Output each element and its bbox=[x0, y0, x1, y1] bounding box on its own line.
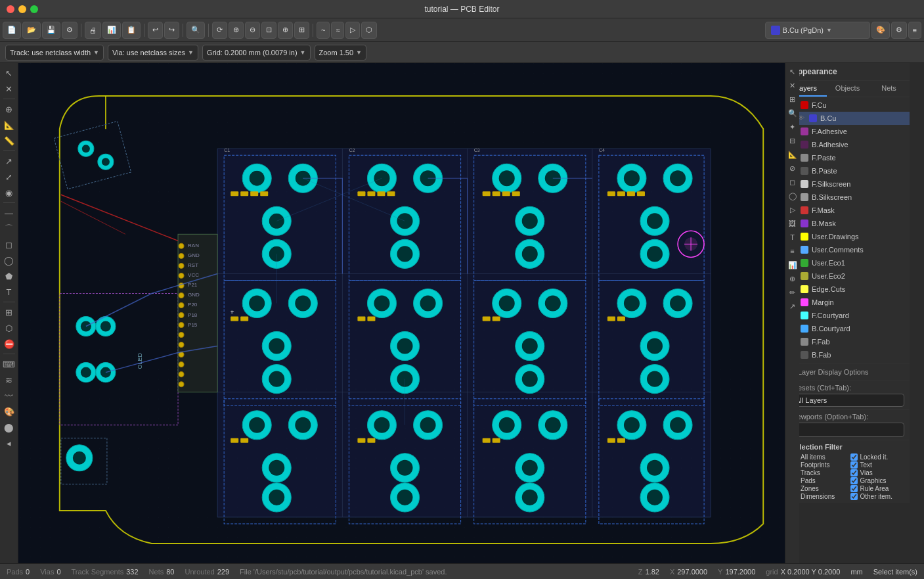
cursor-rt-button[interactable]: ↗ bbox=[787, 300, 799, 312]
new-button[interactable]: 📄 bbox=[3, 22, 21, 39]
layer-item-f-paste[interactable]: 👁F.Paste bbox=[785, 151, 910, 164]
save-button[interactable]: 💾 bbox=[42, 22, 60, 39]
layer-item-b-cu[interactable]: ◀👁B.Cu bbox=[785, 112, 910, 125]
sf-checkbox-text[interactable] bbox=[850, 461, 858, 469]
layer-display-options-toggle[interactable]: ▶ Layer Display Options bbox=[791, 366, 904, 378]
layer-item-b-adhesive[interactable]: 👁B.Adhesive bbox=[785, 138, 910, 151]
find-button[interactable]: 🔍 bbox=[187, 22, 205, 39]
close-button[interactable] bbox=[7, 5, 14, 13]
3d-button[interactable]: ⬡ bbox=[361, 22, 377, 39]
zoom-in-button[interactable]: ⊕ bbox=[229, 22, 244, 39]
draw-line-tool[interactable]: — bbox=[2, 206, 16, 220]
layer-item-user-eco1[interactable]: 👁User.Eco1 bbox=[785, 256, 910, 269]
draw-circle-tool[interactable]: ◯ bbox=[2, 253, 16, 267]
print-button[interactable]: 🖨 bbox=[85, 22, 101, 39]
redo-button[interactable]: ↪ bbox=[164, 22, 179, 39]
tab-objects[interactable]: Objects bbox=[827, 81, 868, 97]
presets-select[interactable]: All Layers bbox=[791, 394, 904, 407]
layer-options-button[interactable]: 🎨 bbox=[871, 22, 890, 39]
undo-button[interactable]: ↩ bbox=[148, 22, 163, 39]
grid-rt-button[interactable]: ⊟ bbox=[787, 135, 799, 147]
copy-button[interactable]: 📋 bbox=[122, 22, 141, 39]
viewports-select[interactable] bbox=[791, 423, 904, 437]
pencil-rt-button[interactable]: ✏ bbox=[787, 287, 799, 298]
measure-tool[interactable]: 📐 bbox=[2, 118, 16, 132]
layer-item-user-comments[interactable]: 👁User.Comments bbox=[785, 243, 910, 256]
manage-layers-button[interactable]: ⚙ bbox=[891, 22, 907, 39]
add-via-tool[interactable]: ◉ bbox=[2, 185, 16, 200]
pcb-canvas-area[interactable]: RAN GND RST VCC P21 GND P20 P18 P15 bbox=[18, 63, 785, 563]
layer-item-f-courtyard[interactable]: 👁F.Courtyard bbox=[785, 309, 910, 322]
tab-nets[interactable]: Nets bbox=[868, 81, 910, 97]
track-width-selector[interactable]: Track: use netclass width ▼ bbox=[5, 45, 104, 60]
zoom-fit-button[interactable]: ⊡ bbox=[261, 22, 276, 39]
settings-button[interactable]: ⚙ bbox=[62, 22, 77, 39]
sf-checkbox-graphics[interactable] bbox=[850, 477, 858, 484]
sf-checkbox-vias[interactable] bbox=[850, 469, 858, 476]
route2-button[interactable]: ≈ bbox=[331, 22, 344, 39]
layer-item-b-silkscreen[interactable]: 👁B.Silkscreen bbox=[785, 191, 910, 204]
add-text-tool[interactable]: T bbox=[2, 285, 16, 299]
maximize-button[interactable] bbox=[30, 5, 38, 13]
draw-arc-tool[interactable]: ⌒ bbox=[2, 221, 16, 236]
zoom-selector[interactable]: Zoom 1.50 ▼ bbox=[315, 45, 367, 60]
color-tool[interactable]: 🎨 bbox=[2, 404, 16, 419]
close-rt-button[interactable]: ✕ bbox=[787, 80, 799, 91]
layer-item-margin[interactable]: 👁Margin bbox=[785, 296, 910, 309]
hatch-rt-button[interactable]: ⊘ bbox=[787, 162, 799, 174]
extra-button[interactable]: ≡ bbox=[908, 22, 921, 39]
sf-checkbox-locked-it[interactable] bbox=[850, 453, 858, 461]
via-size-selector[interactable]: Via: use netclass sizes ▼ bbox=[108, 45, 198, 60]
plot-button[interactable]: 📊 bbox=[102, 22, 121, 39]
layer-item-b-mask[interactable]: 👁B.Mask bbox=[785, 217, 910, 230]
rect-rt-button[interactable]: ◻ bbox=[787, 176, 799, 188]
route-track-tool[interactable]: ↗ bbox=[2, 154, 16, 168]
grid-selector[interactable]: Grid: 0.2000 mm (0.0079 in) ▼ bbox=[202, 45, 311, 60]
layer-item-f-cu[interactable]: 👁F.Cu bbox=[785, 99, 910, 112]
teardrops-tool[interactable]: ◂ bbox=[2, 436, 16, 450]
zoom-out-button[interactable]: ⊖ bbox=[245, 22, 260, 39]
layer-item-b-courtyard[interactable]: 👁B.Courtyard bbox=[785, 322, 910, 335]
minimize-button[interactable] bbox=[18, 5, 26, 13]
open-button[interactable]: 📂 bbox=[22, 22, 41, 39]
layer-item-user-drawings[interactable]: 👁User.Drawings bbox=[785, 230, 910, 243]
polyline-rt-button[interactable]: ▷ bbox=[787, 204, 799, 216]
ruler-tool[interactable]: 📏 bbox=[2, 133, 16, 148]
layer-selector[interactable]: B.Cu (PgDn) ▼ bbox=[765, 22, 870, 39]
snap-rt-button[interactable]: ✦ bbox=[787, 121, 799, 133]
text-rt-button[interactable]: T bbox=[787, 231, 799, 243]
inspect-rt-button[interactable]: 🔍 bbox=[787, 107, 799, 119]
draw-rect-tool[interactable]: ◻ bbox=[2, 237, 16, 252]
route-diff-tool[interactable]: ⤢ bbox=[2, 170, 16, 184]
tune-track-tool[interactable]: 〰 bbox=[2, 388, 16, 403]
pad-tool[interactable]: ⬤ bbox=[2, 420, 16, 434]
layer-item-f-adhesive[interactable]: 👁F.Adhesive bbox=[785, 125, 910, 138]
sf-checkbox-rule-area[interactable] bbox=[850, 485, 858, 492]
scripting-console-tool[interactable]: ⌨ bbox=[2, 357, 16, 371]
select-tool[interactable]: ↖ bbox=[2, 66, 16, 80]
layer-item-b-fab[interactable]: 👁B.Fab bbox=[785, 348, 910, 361]
add-zone-tool[interactable]: ⬡ bbox=[2, 321, 16, 335]
list-rt-button[interactable]: ≡ bbox=[787, 245, 799, 257]
refresh-button[interactable]: ⟳ bbox=[212, 22, 227, 39]
zoom-rt-button[interactable]: ⊞ bbox=[787, 93, 799, 105]
chart-rt-button[interactable]: 📊 bbox=[787, 259, 799, 271]
add-keepout-tool[interactable]: ⛔ bbox=[2, 336, 16, 351]
select-rt-button[interactable]: ↖ bbox=[787, 66, 799, 78]
layer-item-edge-cuts[interactable]: 👁Edge.Cuts bbox=[785, 283, 910, 296]
circle-rt-button[interactable]: ◯ bbox=[787, 190, 799, 202]
add-footprint-tool[interactable]: ⊞ bbox=[2, 305, 16, 319]
inspect-tool[interactable]: ⊕ bbox=[2, 102, 16, 116]
zoom-select-button[interactable]: ⊞ bbox=[294, 22, 309, 39]
close-tool[interactable]: ✕ bbox=[2, 81, 16, 96]
microwave-tool[interactable]: ≋ bbox=[2, 373, 16, 387]
layer-item-f-silkscreen[interactable]: 👁F.Silkscreen bbox=[785, 177, 910, 191]
connect-rt-button[interactable]: ⊕ bbox=[787, 273, 799, 285]
sf-checkbox-other-items[interactable] bbox=[850, 493, 858, 500]
photo-rt-button[interactable]: 🖼 bbox=[787, 218, 799, 229]
measure-rt-button[interactable]: 📐 bbox=[787, 149, 799, 160]
draw-poly-tool[interactable]: ⬟ bbox=[2, 269, 16, 283]
layer-item-f-fab[interactable]: 👁F.Fab bbox=[785, 335, 910, 348]
layer-item-user-eco2[interactable]: 👁User.Eco2 bbox=[785, 269, 910, 283]
zoom-center-button[interactable]: ⊕ bbox=[278, 22, 293, 39]
